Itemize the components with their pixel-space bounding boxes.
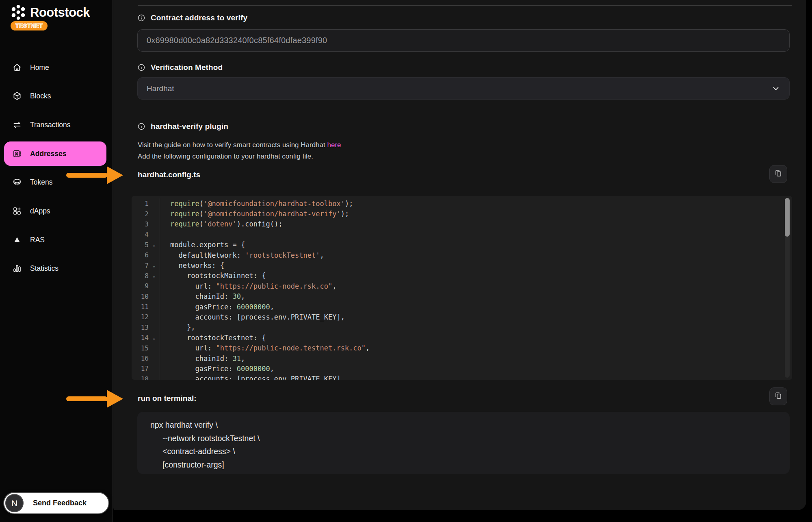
ras-icon xyxy=(12,235,22,245)
code-gutter: 4 xyxy=(132,229,160,239)
sidebar-item-addresses[interactable]: Addresses xyxy=(4,141,106,166)
terminal-command-line: npx hardhat verify \ xyxy=(150,420,790,434)
copy-icon xyxy=(774,391,783,402)
code-scrollbar-track[interactable] xyxy=(785,198,790,378)
code-line: 6 defaultNetwork: 'rootstockTestnet', xyxy=(132,250,792,260)
fold-chevron-icon[interactable]: ⌄ xyxy=(149,274,159,278)
addresses-icon xyxy=(12,149,22,159)
code-gutter: 15 xyxy=(132,343,160,353)
code-line: 2require('@nomicfoundation/hardhat-verif… xyxy=(132,209,792,219)
rootstock-logo[interactable]: Rootstock xyxy=(10,4,90,21)
feedback-label: Send Feedback xyxy=(33,499,87,507)
line-number: 12 xyxy=(132,313,149,321)
code-line: 7⌄ networks: { xyxy=(132,260,792,270)
terminal-command-box: npx hardhat verify \--network rootstockT… xyxy=(137,412,790,474)
verification-method-label: Verification Method xyxy=(151,63,223,72)
code-gutter: 11 xyxy=(132,302,160,312)
code-text: rootstockTestnet: { xyxy=(160,334,266,342)
fold-chevron-icon[interactable]: ⌄ xyxy=(149,263,159,268)
code-line: 1require('@nomicfoundation/hardhat-toolb… xyxy=(132,198,792,209)
sidebar-item-label: RAS xyxy=(30,236,45,244)
terminal-command-line: --network rootstockTestnet \ xyxy=(150,434,790,447)
screen: Rootstock TESTNET HomeBlocksTransactions… xyxy=(0,0,812,522)
contract-address-label-row: Contract address to verify xyxy=(137,13,247,22)
sidebar: Rootstock TESTNET HomeBlocksTransactions… xyxy=(0,0,113,522)
code-gutter: 7⌄ xyxy=(132,260,160,270)
code-text: chainId: 31, xyxy=(160,355,245,363)
code-gutter: 9 xyxy=(132,281,160,291)
copy-config-button[interactable] xyxy=(769,165,787,183)
info-icon[interactable] xyxy=(137,63,145,72)
sidebar-item-blocks[interactable]: Blocks xyxy=(4,84,106,108)
sidebar-item-statistics[interactable]: Statistics xyxy=(4,256,106,281)
code-line: 12 accounts: [process.env.PRIVATE_KEY], xyxy=(132,312,792,322)
code-gutter: 6 xyxy=(132,250,160,260)
sidebar-item-label: Addresses xyxy=(30,150,67,158)
sidebar-item-label: Home xyxy=(30,63,49,72)
line-number: 7 xyxy=(132,262,149,270)
verification-method-label-row: Verification Method xyxy=(137,63,223,72)
statistics-icon xyxy=(12,263,22,273)
code-text: gasPrice: 60000000, xyxy=(160,303,274,311)
sidebar-item-transactions[interactable]: Transactions xyxy=(4,113,106,137)
terminal-command-line: [constructor-args] xyxy=(150,460,790,474)
guide-link[interactable]: here xyxy=(327,141,341,149)
copy-icon xyxy=(774,169,783,179)
blocks-icon xyxy=(12,91,22,101)
verification-method-select[interactable]: Hardhat xyxy=(137,77,790,100)
dapps-icon xyxy=(12,206,22,216)
code-gutter: 5⌄ xyxy=(132,240,160,250)
sidebar-item-ras[interactable]: RAS xyxy=(4,228,106,252)
code-line: 17 gasPrice: 60000000, xyxy=(132,363,792,374)
line-number: 5 xyxy=(132,241,149,249)
config-file-title: hardhat.config.ts xyxy=(138,170,200,179)
code-gutter: 14⌄ xyxy=(132,333,160,343)
feedback-avatar: N xyxy=(5,494,24,512)
plugin-heading-row: hardhat-verify plugin xyxy=(137,122,228,131)
code-gutter: 10 xyxy=(132,291,160,302)
line-number: 6 xyxy=(132,251,149,259)
top-divider xyxy=(138,5,792,6)
code-text: rootstockMainnet: { xyxy=(160,272,266,280)
line-number: 8 xyxy=(132,272,149,280)
send-feedback-button[interactable]: N Send Feedback xyxy=(4,493,108,513)
sidebar-item-home[interactable]: Home xyxy=(4,55,106,80)
terminal-command-line: <contract-address> \ xyxy=(150,447,790,460)
chevron-down-icon xyxy=(771,84,780,95)
contract-address-value: 0x69980d00c0a82d333240f0c85f64f0dfae399f… xyxy=(147,36,327,45)
code-scrollbar-thumb[interactable] xyxy=(785,198,790,237)
code-gutter: 12 xyxy=(132,312,160,322)
sidebar-item-dapps[interactable]: dApps xyxy=(4,199,106,223)
code-gutter: 8⌄ xyxy=(132,271,160,281)
code-gutter: 2 xyxy=(132,209,160,219)
tokens-icon xyxy=(12,177,22,187)
code-text: url: "https://public-node.testnet.rsk.co… xyxy=(160,344,370,352)
sidebar-item-label: Transactions xyxy=(30,121,71,129)
info-icon[interactable] xyxy=(137,122,145,130)
code-text: require('@nomicfoundation/hardhat-toolbo… xyxy=(160,200,353,208)
home-icon xyxy=(12,63,22,72)
code-line: 14⌄ rootstockTestnet: { xyxy=(132,333,792,343)
plugin-guide-text: Visit the guide on how to verify smart c… xyxy=(138,141,327,149)
code-line: 10 chainId: 30, xyxy=(132,291,792,302)
rootstock-logo-icon xyxy=(10,4,27,21)
sidebar-item-tokens[interactable]: Tokens xyxy=(4,170,106,194)
line-number: 17 xyxy=(132,365,149,372)
fold-chevron-icon[interactable]: ⌄ xyxy=(149,336,159,340)
line-number: 1 xyxy=(132,200,149,207)
line-number: 4 xyxy=(132,231,149,238)
code-text: url: "https://public-node.rsk.co", xyxy=(160,282,336,290)
info-icon[interactable] xyxy=(137,14,145,22)
testnet-badge: TESTNET xyxy=(11,21,48,30)
line-number: 2 xyxy=(132,210,149,218)
fold-chevron-icon[interactable]: ⌄ xyxy=(149,243,159,247)
code-line: 11 gasPrice: 60000000, xyxy=(132,302,792,312)
sidebar-item-label: Statistics xyxy=(30,264,58,273)
contract-address-input[interactable]: 0x69980d00c0a82d333240f0c85f64f0dfae399f… xyxy=(137,29,790,52)
code-gutter: 18 xyxy=(132,374,160,380)
code-line: 13 }, xyxy=(132,322,792,333)
code-line: 15 url: "https://public-node.testnet.rsk… xyxy=(132,343,792,353)
code-gutter: 17 xyxy=(132,363,160,374)
code-text: module.exports = { xyxy=(160,241,245,249)
copy-command-button[interactable] xyxy=(769,387,787,405)
